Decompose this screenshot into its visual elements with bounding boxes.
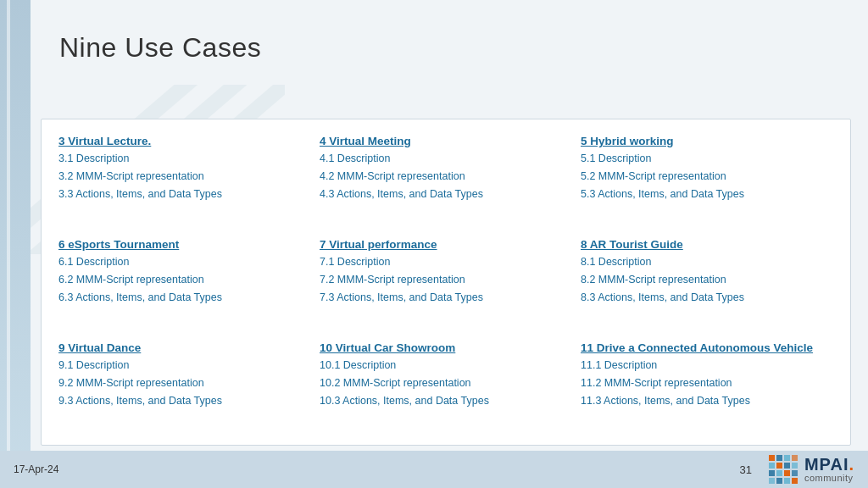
svg-rect-3 <box>769 455 775 461</box>
section-7-item-3[interactable]: 7.3 Actions, Items, and Data Types <box>320 290 572 306</box>
left-stripe-inner <box>7 0 10 488</box>
section-5-item-2[interactable]: 5.2 MMM-Script representation <box>581 169 833 185</box>
svg-rect-15 <box>769 478 775 484</box>
section-8-item-3[interactable]: 8.3 Actions, Items, and Data Types <box>581 290 833 306</box>
section-3: 3 Virtual Lecture. 3.1 Description 3.2 M… <box>58 135 311 223</box>
section-6-item-2[interactable]: 6.2 MMM-Script representation <box>58 272 311 288</box>
section-6-item-3[interactable]: 6.3 Actions, Items, and Data Types <box>58 290 311 306</box>
section-4-item-3[interactable]: 4.3 Actions, Items, and Data Types <box>320 186 572 202</box>
section-7-title[interactable]: 7 Virtual performance <box>320 238 572 251</box>
section-5: 5 Hybrid working 5.1 Description 5.2 MMM… <box>581 135 833 223</box>
mpai-logo-icon <box>767 453 799 485</box>
section-8-item-1[interactable]: 8.1 Description <box>581 254 833 270</box>
svg-rect-5 <box>784 455 790 461</box>
section-4-item-1[interactable]: 4.1 Description <box>320 151 572 167</box>
svg-rect-8 <box>776 463 782 469</box>
svg-rect-4 <box>776 455 782 461</box>
logo-dot: . <box>849 455 854 474</box>
section-10-item-3[interactable]: 10.3 Actions, Items, and Data Types <box>320 393 572 409</box>
svg-rect-7 <box>769 463 775 469</box>
content-box: 3 Virtual Lecture. 3.1 Description 3.2 M… <box>41 119 851 446</box>
svg-rect-14 <box>792 470 798 476</box>
section-11-title[interactable]: 11 Drive a Connected Autonomous Vehicle <box>581 341 833 354</box>
section-9-item-2[interactable]: 9.2 MMM-Script representation <box>58 375 311 391</box>
section-3-title[interactable]: 3 Virtual Lecture. <box>58 135 311 147</box>
logo-text: MPAI. community <box>804 456 854 483</box>
section-8-title[interactable]: 8 AR Tourist Guide <box>581 238 833 251</box>
svg-rect-18 <box>792 478 798 484</box>
section-4: 4 Virtual Meeting 4.1 Description 4.2 MM… <box>320 135 572 223</box>
section-9: 9 Virtual Dance 9.1 Description 9.2 MMM-… <box>58 341 311 430</box>
section-4-title[interactable]: 4 Virtual Meeting <box>320 135 572 147</box>
section-5-item-3[interactable]: 5.3 Actions, Items, and Data Types <box>581 186 833 202</box>
section-11-item-3[interactable]: 11.3 Actions, Items, and Data Types <box>581 393 833 409</box>
section-9-title[interactable]: 9 Virtual Dance <box>58 341 311 354</box>
section-11: 11 Drive a Connected Autonomous Vehicle … <box>581 341 833 430</box>
section-11-item-1[interactable]: 11.1 Description <box>581 358 833 374</box>
section-9-item-3[interactable]: 9.3 Actions, Items, and Data Types <box>58 393 311 409</box>
page-title: Nine Use Cases <box>59 32 261 64</box>
section-5-item-1[interactable]: 5.1 Description <box>581 151 833 167</box>
svg-rect-10 <box>792 463 798 469</box>
section-8: 8 AR Tourist Guide 8.1 Description 8.2 M… <box>581 238 833 326</box>
svg-rect-12 <box>776 470 782 476</box>
section-7-item-2[interactable]: 7.2 MMM-Script representation <box>320 272 572 288</box>
section-6-item-1[interactable]: 6.1 Description <box>58 254 311 270</box>
section-10-item-2[interactable]: 10.2 MMM-Script representation <box>320 375 572 391</box>
section-11-item-2[interactable]: 11.2 MMM-Script representation <box>581 375 833 391</box>
section-5-title[interactable]: 5 Hybrid working <box>581 135 833 147</box>
page-number: 31 <box>739 463 751 476</box>
section-10-title[interactable]: 10 Virtual Car Showroom <box>320 341 572 354</box>
svg-rect-11 <box>769 470 775 476</box>
svg-rect-17 <box>784 478 790 484</box>
section-3-item-3[interactable]: 3.3 Actions, Items, and Data Types <box>58 186 311 202</box>
section-9-item-1[interactable]: 9.1 Description <box>58 358 311 374</box>
section-4-item-2[interactable]: 4.2 MMM-Script representation <box>320 169 572 185</box>
bottom-bar: 17-Apr-24 31 <box>0 451 868 488</box>
section-3-item-2[interactable]: 3.2 MMM-Script representation <box>58 169 311 185</box>
bottom-right: 31 <box>739 453 854 485</box>
section-10-item-1[interactable]: 10.1 Description <box>320 358 572 374</box>
section-10: 10 Virtual Car Showroom 10.1 Description… <box>320 341 572 430</box>
logo-area: MPAI. community <box>767 453 854 485</box>
slide: Nine Use Cases 3 Virtual Lecture. 3.1 De… <box>0 0 868 488</box>
left-stripe <box>0 0 31 488</box>
section-3-item-1[interactable]: 3.1 Description <box>58 151 311 167</box>
svg-rect-9 <box>784 463 790 469</box>
date-label: 17-Apr-24 <box>14 463 58 475</box>
svg-rect-16 <box>776 478 782 484</box>
logo-mpai-text: MPAI. <box>804 456 854 473</box>
section-7-item-1[interactable]: 7.1 Description <box>320 254 572 270</box>
section-8-item-2[interactable]: 8.2 MMM-Script representation <box>581 272 833 288</box>
logo-community-text: community <box>804 473 854 483</box>
section-7: 7 Virtual performance 7.1 Description 7.… <box>320 238 572 326</box>
section-6: 6 eSports Tournament 6.1 Description 6.2… <box>58 238 311 326</box>
section-6-title[interactable]: 6 eSports Tournament <box>58 238 311 251</box>
svg-rect-6 <box>792 455 798 461</box>
svg-rect-13 <box>784 470 790 476</box>
